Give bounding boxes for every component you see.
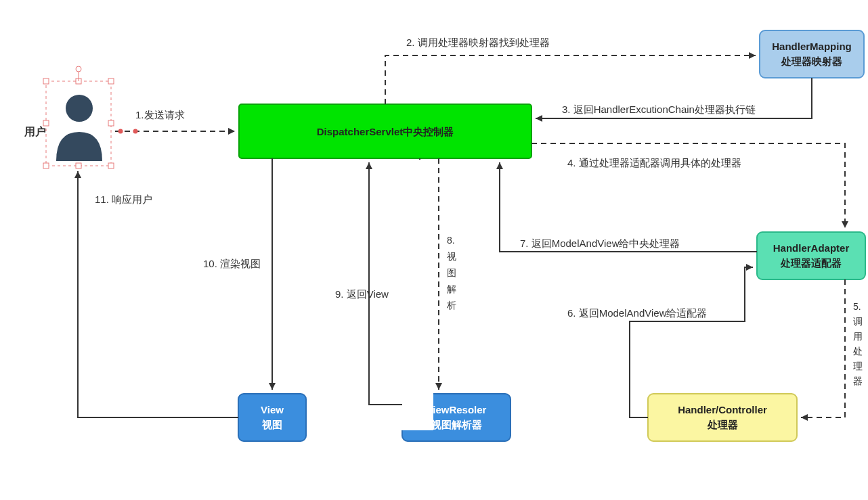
label-4: 4. 通过处理器适配器调用具体的处理器: [567, 157, 741, 168]
svg-text:视图解析器: 视图解析器: [431, 419, 482, 430]
handler-adapter-node: HandlerAdapter 处理器适配器: [757, 232, 865, 279]
svg-point-9: [76, 66, 81, 72]
label-3: 3. 返回HandlerExcutionChain处理器执行链: [562, 104, 756, 115]
svg-point-11: [66, 95, 93, 122]
svg-rect-1: [43, 78, 49, 84]
edge-4: [531, 143, 845, 228]
view-node: View 视图: [238, 394, 306, 441]
edge-2: [385, 55, 756, 104]
svg-text:器: 器: [853, 376, 863, 386]
svg-text:处理器映射器: 处理器映射器: [781, 55, 842, 67]
svg-point-28: [118, 129, 123, 134]
user-label: 用户: [24, 126, 46, 137]
edge-8: [398, 158, 420, 417]
dispatcher-label: DispatcherServlet中央控制器: [317, 126, 454, 137]
label-6: 6. 返回ModelAndView给适配器: [567, 307, 707, 319]
label-1: 1.发送请求: [135, 109, 185, 120]
svg-text:理: 理: [853, 361, 863, 371]
svg-text:视图: 视图: [261, 419, 282, 430]
svg-point-29: [133, 129, 138, 134]
svg-text:用: 用: [853, 331, 863, 342]
svg-text:ViewResoler: ViewResoler: [427, 404, 487, 415]
svg-rect-8: [108, 163, 114, 168]
label-2: 2. 调用处理器映射器找到处理器: [406, 37, 550, 48]
handler-node: Handler/Controller 处理器: [648, 394, 797, 441]
svg-rect-25: [238, 394, 306, 441]
user-icon: [56, 95, 102, 161]
svg-rect-7: [76, 163, 81, 168]
svg-rect-16: [757, 232, 865, 279]
svg-text:调: 调: [853, 316, 863, 327]
svg-text:处: 处: [853, 346, 863, 357]
svg-text:Handler/Controller: Handler/Controller: [678, 404, 767, 415]
svg-rect-19: [648, 394, 797, 441]
svg-rect-3: [108, 78, 114, 84]
svg-text:处理器: 处理器: [707, 419, 738, 430]
svg-text:HandlerAdapter: HandlerAdapter: [773, 242, 850, 254]
svg-rect-6: [43, 163, 49, 168]
user-node: 用户: [24, 66, 114, 168]
label-5a: 5.: [853, 301, 861, 312]
svg-rect-5: [108, 120, 114, 126]
dispatcher-node: DispatcherServlet中央控制器: [239, 104, 531, 158]
svg-rect-13: [760, 30, 864, 78]
svg-text:HandlerMapping: HandlerMapping: [772, 41, 852, 52]
label-7: 7. 返回ModelAndView给中央处理器: [520, 237, 680, 249]
handler-mapping-node: HandlerMapping 处理器映射器: [760, 30, 864, 78]
svg-rect-4: [43, 120, 49, 126]
edge-5: [801, 279, 845, 417]
svg-text:View: View: [261, 404, 284, 415]
svg-text:处理器适配器: 处理器适配器: [780, 257, 842, 269]
